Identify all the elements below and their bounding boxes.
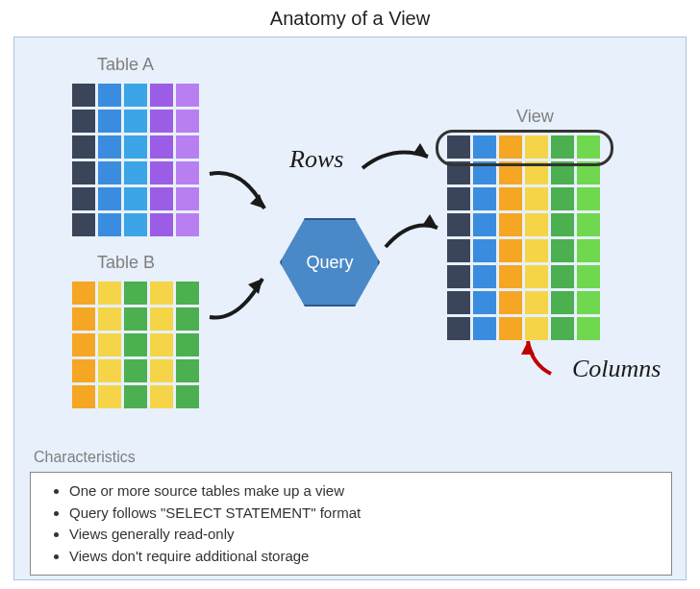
diagram-container: Table A Table B View Query Rows Columns … bbox=[13, 37, 687, 580]
grid-cell bbox=[447, 265, 470, 288]
grid-cell bbox=[124, 333, 147, 356]
grid-cell bbox=[176, 385, 199, 408]
grid-cell bbox=[98, 110, 121, 133]
grid-cell bbox=[98, 307, 121, 331]
grid-cell bbox=[124, 385, 147, 408]
grid-cell bbox=[150, 213, 173, 236]
grid-cell bbox=[98, 84, 121, 107]
grid-cell bbox=[525, 265, 548, 288]
grid-cell bbox=[525, 213, 548, 236]
grid-cell bbox=[525, 291, 548, 314]
grid-cell bbox=[124, 187, 147, 210]
grid-cell bbox=[72, 187, 95, 210]
grid-cell bbox=[551, 265, 574, 288]
query-label: Query bbox=[306, 253, 353, 273]
page-title: Anatomy of a View bbox=[0, 0, 700, 37]
grid-cell bbox=[98, 385, 121, 408]
characteristics-item: One or more source tables make up a view bbox=[69, 480, 663, 503]
grid-cell bbox=[150, 161, 173, 184]
grid-cell bbox=[499, 265, 522, 288]
grid-cell bbox=[98, 359, 121, 382]
grid-cell bbox=[176, 282, 199, 305]
grid-cell bbox=[72, 359, 95, 382]
grid-cell bbox=[124, 110, 147, 133]
grid-cell bbox=[150, 282, 173, 305]
grid-cell bbox=[98, 187, 121, 210]
columns-annotation: Columns bbox=[572, 355, 661, 383]
grid-cell bbox=[124, 161, 147, 184]
grid-cell bbox=[124, 213, 147, 236]
grid-cell bbox=[525, 187, 548, 210]
grid-cell bbox=[98, 135, 121, 159]
grid-cell bbox=[499, 187, 522, 210]
grid-cell bbox=[72, 213, 95, 236]
grid-cell bbox=[447, 291, 470, 314]
characteristics-heading: Characteristics bbox=[34, 449, 136, 466]
grid-cell bbox=[150, 333, 173, 356]
arrow-query-to-view bbox=[382, 210, 449, 258]
arrow-table-a-to-query bbox=[205, 162, 282, 230]
grid-cell bbox=[525, 239, 548, 262]
grid-cell bbox=[176, 333, 199, 356]
characteristics-item: Views don't require additional storage bbox=[69, 546, 663, 568]
grid-cell bbox=[551, 291, 574, 314]
grid-cell bbox=[72, 161, 95, 184]
grid-cell bbox=[473, 213, 496, 236]
grid-cell bbox=[176, 307, 199, 331]
grid-cell bbox=[124, 84, 147, 107]
arrow-rows-to-view bbox=[359, 139, 440, 187]
characteristics-item: Query follows "SELECT STATEMENT" format bbox=[69, 503, 663, 525]
grid-cell bbox=[577, 187, 600, 210]
grid-cell bbox=[176, 359, 199, 382]
grid-cell bbox=[447, 213, 470, 236]
grid-cell bbox=[124, 307, 147, 331]
table-a-grid bbox=[72, 84, 199, 236]
grid-cell bbox=[577, 265, 600, 288]
grid-cell bbox=[72, 333, 95, 356]
grid-cell bbox=[473, 239, 496, 262]
grid-cell bbox=[72, 84, 95, 107]
grid-cell bbox=[150, 385, 173, 408]
characteristics-box: One or more source tables make up a view… bbox=[30, 472, 672, 576]
rows-highlight-box bbox=[436, 130, 613, 166]
characteristics-list: One or more source tables make up a view… bbox=[69, 480, 663, 567]
grid-cell bbox=[473, 265, 496, 288]
grid-cell bbox=[577, 239, 600, 262]
grid-cell bbox=[551, 213, 574, 236]
grid-cell bbox=[124, 135, 147, 159]
view-label: View bbox=[516, 107, 554, 127]
grid-cell bbox=[124, 359, 147, 382]
grid-cell bbox=[577, 213, 600, 236]
grid-cell bbox=[72, 385, 95, 408]
grid-cell bbox=[98, 333, 121, 356]
characteristics-item: Views generally read-only bbox=[69, 524, 663, 546]
query-hexagon: Query bbox=[280, 218, 380, 307]
grid-cell bbox=[124, 282, 147, 305]
grid-cell bbox=[98, 213, 121, 236]
grid-cell bbox=[98, 161, 121, 184]
grid-cell bbox=[473, 187, 496, 210]
grid-cell bbox=[150, 135, 173, 159]
grid-cell bbox=[551, 239, 574, 262]
grid-cell bbox=[447, 187, 470, 210]
grid-cell bbox=[473, 291, 496, 314]
grid-cell bbox=[176, 135, 199, 159]
rows-annotation: Rows bbox=[289, 145, 343, 174]
grid-cell bbox=[499, 213, 522, 236]
grid-cell bbox=[150, 110, 173, 133]
grid-cell bbox=[473, 317, 496, 340]
grid-cell bbox=[98, 282, 121, 305]
grid-cell bbox=[72, 307, 95, 331]
grid-cell bbox=[150, 307, 173, 331]
grid-cell bbox=[176, 110, 199, 133]
arrow-table-b-to-query bbox=[205, 264, 282, 331]
grid-cell bbox=[447, 317, 470, 340]
table-a-label: Table A bbox=[97, 55, 154, 75]
grid-cell bbox=[150, 187, 173, 210]
grid-cell bbox=[176, 84, 199, 107]
grid-cell bbox=[447, 239, 470, 262]
grid-cell bbox=[499, 291, 522, 314]
grid-cell bbox=[176, 213, 199, 236]
grid-cell bbox=[150, 84, 173, 107]
grid-cell bbox=[577, 291, 600, 314]
